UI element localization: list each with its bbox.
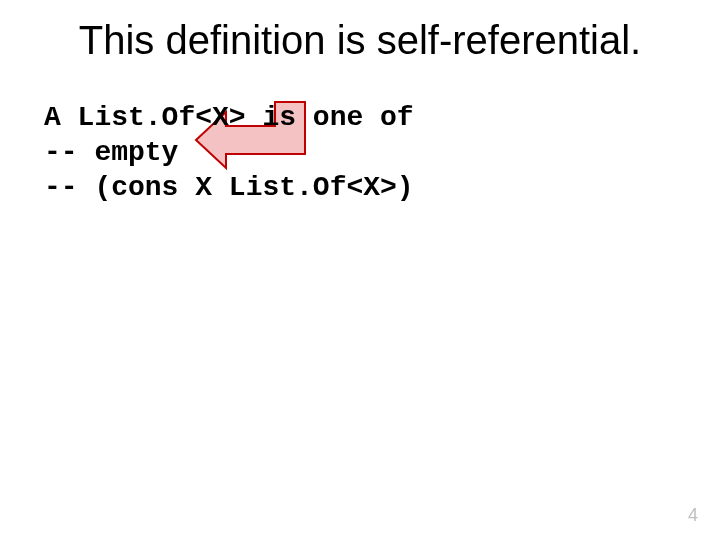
code-line-1: A List.Of<X> is one of xyxy=(44,102,414,133)
code-line-2: -- empty xyxy=(44,137,178,168)
slide: This definition is self-referential. A L… xyxy=(0,0,720,540)
page-number: 4 xyxy=(688,505,698,526)
slide-title: This definition is self-referential. xyxy=(0,18,720,63)
code-block: A List.Of<X> is one of -- empty -- (cons… xyxy=(44,100,414,205)
code-line-3: -- (cons X List.Of<X>) xyxy=(44,172,414,203)
